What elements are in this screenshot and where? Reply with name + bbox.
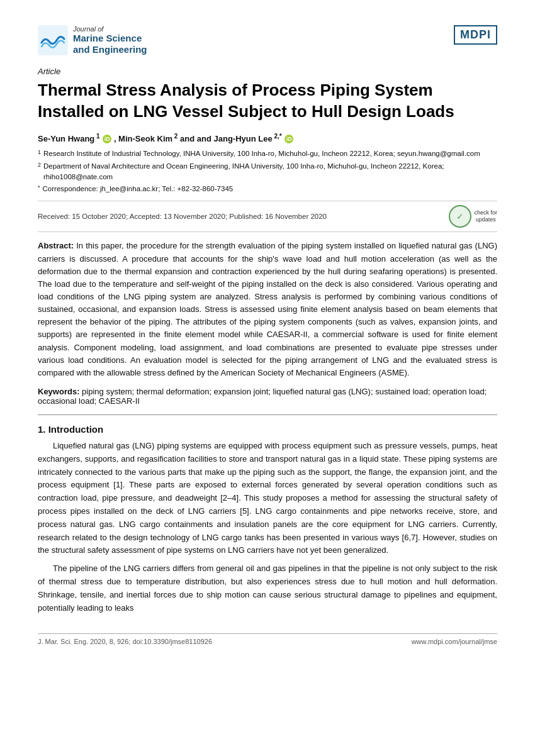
article-type: Article xyxy=(38,67,497,76)
affiliation-star: * Correspondence: jh_lee@inha.ac.kr; Tel… xyxy=(38,184,497,194)
keywords-label: Keywords: xyxy=(38,387,79,396)
author3-name: and Jang-Hyun Lee xyxy=(197,134,273,143)
author1-sup: 1 xyxy=(94,133,99,140)
affiliation-1: 1 Research Institute of Industrial Techn… xyxy=(38,148,497,159)
journal-of-label: Journal of xyxy=(73,25,147,33)
author1-name: Se-Yun Hwang xyxy=(38,134,94,143)
check-icon: ✓ xyxy=(449,205,471,228)
paper-title: Thermal Stress Analysis of Process Pipin… xyxy=(38,80,497,123)
affiliation-2: 2 Department of Naval Architecture and O… xyxy=(38,161,497,183)
author3-sup: 2,* xyxy=(273,133,282,140)
keywords-text: piping system; thermal deformation; expa… xyxy=(38,387,487,406)
section1-title: 1. Introduction xyxy=(38,424,497,435)
abstract-label: Abstract: xyxy=(38,241,74,250)
journal-text: Journal of Marine Science and Engineerin… xyxy=(73,25,147,55)
affiliations: 1 Research Institute of Industrial Techn… xyxy=(38,148,497,194)
journal-name: Marine Science and Engineering xyxy=(73,33,147,55)
page-header: Journal of Marine Science and Engineerin… xyxy=(38,25,497,55)
mdpi-logo: MDPI xyxy=(454,25,497,45)
journal-logo: Journal of Marine Science and Engineerin… xyxy=(38,25,147,55)
mdpi-label: MDPI xyxy=(454,25,497,45)
section1-paragraph2: The pipeline of the LNG carriers differs… xyxy=(38,562,497,614)
author-and: and xyxy=(180,134,197,143)
journal-logo-icon xyxy=(38,25,68,55)
orcid-icon-1: iD xyxy=(103,135,111,143)
section-divider xyxy=(38,414,497,415)
keywords-section: Keywords: piping system; thermal deforma… xyxy=(38,387,497,406)
page-footer: J. Mar. Sci. Eng. 2020, 8, 926; doi:10.3… xyxy=(38,633,497,645)
authors-line: Se-Yun Hwang 1 iD , Min-Seok Kim 2 and a… xyxy=(38,133,497,144)
abstract-section: Abstract: In this paper, the procedure f… xyxy=(38,240,497,379)
dates-bar: Received: 15 October 2020; Accepted: 13 … xyxy=(38,201,497,232)
footer-left: J. Mar. Sci. Eng. 2020, 8, 926; doi:10.3… xyxy=(38,638,212,645)
author2-name: Min-Seok Kim xyxy=(118,134,172,143)
check-for-updates-badge: ✓ check for updates xyxy=(449,205,497,228)
abstract-text: In this paper, the procedure for the str… xyxy=(38,241,497,377)
author2-sup: 2 xyxy=(172,133,177,140)
section1-paragraph1: Liquefied natural gas (LNG) piping syste… xyxy=(38,440,497,557)
check-text: check for updates xyxy=(474,209,497,224)
orcid-icon-3: iD xyxy=(284,135,293,143)
footer-right: www.mdpi.com/journal/jmse xyxy=(412,638,497,645)
dates-text: Received: 15 October 2020; Accepted: 13 … xyxy=(38,213,327,220)
